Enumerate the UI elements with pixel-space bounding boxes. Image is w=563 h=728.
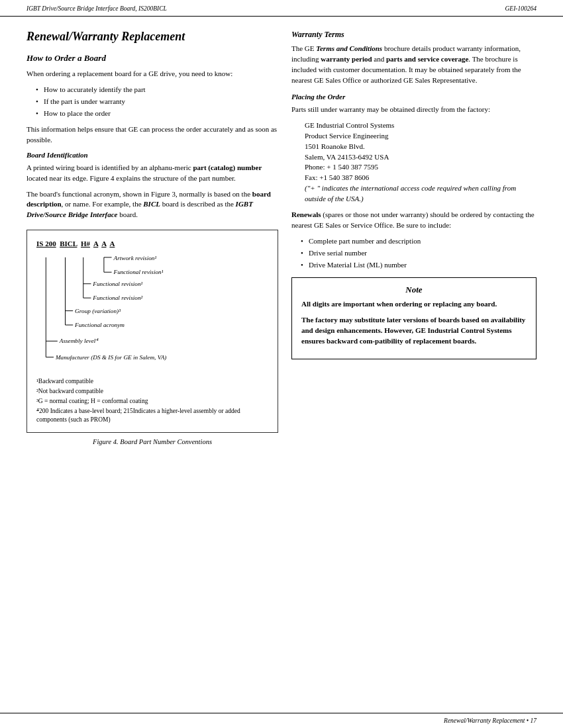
footer: Renewal/Warranty Replacement • 17 (0, 713, 563, 728)
figure-box: IS 200 BICL H# A A A Manufacturer (DS & … (26, 230, 278, 433)
renewals-para: Renewals (spares or those not under warr… (291, 210, 537, 231)
renewals-bullet-3: Drive Material List (ML) number (301, 260, 537, 271)
right-column: Warranty Terms The GE Terms and Conditio… (291, 30, 537, 692)
how-to-order-heading: How to Order a Board (26, 53, 278, 64)
renewals-word: Renewals (291, 210, 321, 218)
figure-caption: Figure 4. Board Part Number Conventions (26, 438, 278, 445)
svg-text:Functional revision²: Functional revision² (92, 295, 142, 301)
main-content: Renewal/Warranty Replacement How to Orde… (0, 17, 563, 705)
note-heading: Note (301, 285, 527, 295)
svg-text:Manufacturer (DS & IS for GE i: Manufacturer (DS & IS for GE in Salem, V… (55, 354, 166, 361)
header-right: GEI-100264 (505, 5, 537, 12)
placing-intro: Parts still under warranty may be obtain… (291, 105, 537, 115)
address-line-3: 1501 Roanoke Blvd. (305, 142, 537, 152)
svg-text:Functional revision¹: Functional revision¹ (113, 269, 163, 275)
svg-text:Assembly level⁴: Assembly level⁴ (59, 338, 99, 345)
svg-text:Group (variation)³: Group (variation)³ (75, 308, 121, 314)
header-left: IGBT Drive/Source Bridge Interface Board… (26, 5, 167, 12)
footnote-2: ²Not backward compatible (36, 387, 268, 396)
renewals-text: (spares or those not under warranty) sho… (291, 210, 535, 229)
page: IGBT Drive/Source Bridge Interface Board… (0, 0, 563, 728)
renewals-bullet-list: Complete part number and description Dri… (301, 236, 537, 271)
footnotes: ¹Backward compatible ²Not backward compa… (36, 377, 268, 425)
board-id-para1: A printed wiring board is identified by … (26, 163, 278, 184)
footnote-1: ¹Backward compatible (36, 377, 268, 387)
left-column: Renewal/Warranty Replacement How to Orde… (26, 30, 278, 692)
placing-heading: Placing the Order (291, 93, 537, 101)
board-id-para2: The board's functional acronym, shown in… (26, 189, 278, 221)
bullet-item-3: How to place the order (36, 109, 278, 119)
tree-diagram: Manufacturer (DS & IS for GE in Salem, V… (36, 254, 262, 373)
footer-text: Renewal/Warranty Replacement • 17 (444, 717, 537, 724)
part-number-label: IS 200 BICL H# A A A (36, 240, 268, 248)
address-block: GE Industrial Control Systems Product Se… (305, 120, 537, 205)
board-id-heading: Board Identification (26, 151, 278, 159)
header: IGBT Drive/Source Bridge Interface Board… (0, 0, 563, 17)
address-line-1: GE Industrial Control Systems (305, 120, 537, 131)
bullet-item-1: How to accurately identify the part (36, 85, 278, 95)
info-paragraph: This information helps ensure that GE ca… (26, 124, 278, 146)
note-text-2: The factory may substitute later version… (301, 315, 527, 347)
renewals-bullet-1: Complete part number and description (301, 236, 537, 247)
footnote-4: ⁴200 Indicates a base-level board; 215In… (36, 407, 268, 426)
address-line-4: Salem, VA 24153-6492 USA (305, 152, 537, 163)
warranty-para: The GE Terms and Conditions brochure det… (291, 44, 537, 86)
intro-paragraph: When ordering a replacement board for a … (26, 69, 278, 79)
footnote-3: ³G = normal coating; H = conformal coati… (36, 397, 268, 406)
address-line-2: Product Service Engineering (305, 131, 537, 142)
renewals-bullet-2: Drive serial number (301, 248, 537, 259)
address-line-6: Fax: +1 540 387 8606 (305, 173, 537, 183)
svg-text:Artwork revision¹: Artwork revision¹ (113, 255, 156, 261)
address-line-5: Phone: + 1 540 387 7595 (305, 162, 537, 173)
address-line-7: ("+ " indicates the international access… (305, 183, 537, 205)
svg-text:Functional revision¹: Functional revision¹ (92, 281, 142, 287)
note-text-1: All digits are important when ordering o… (301, 299, 527, 310)
bullet-item-2: If the part is under warranty (36, 97, 278, 107)
note-box: Note All digits are important when order… (291, 277, 537, 359)
main-title: Renewal/Warranty Replacement (26, 30, 278, 44)
svg-text:Functional acronym: Functional acronym (74, 322, 125, 328)
warranty-heading: Warranty Terms (291, 30, 537, 40)
bullet-list: How to accurately identify the part If t… (36, 85, 278, 119)
